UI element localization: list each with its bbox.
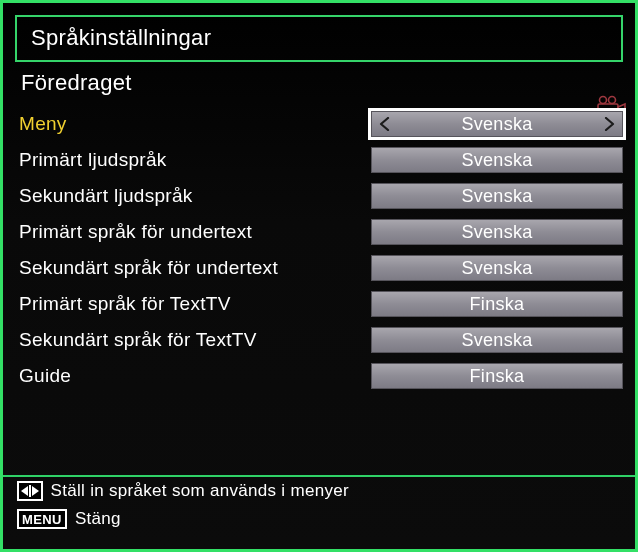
section-title: Föredraget	[21, 70, 623, 96]
menu-key-icon: MENU	[17, 509, 67, 529]
selector-value: Finska	[470, 294, 525, 315]
row-label: Guide	[17, 365, 363, 387]
hint-menu-text: Stäng	[75, 509, 121, 529]
selector-value: Svenska	[461, 258, 532, 279]
selector-value: Svenska	[461, 150, 532, 171]
title-box: Språkinställningar	[15, 15, 623, 62]
settings-row[interactable]: MenySvenska	[17, 106, 623, 142]
settings-row[interactable]: Sekundärt språk för undertextSvenska	[17, 250, 623, 286]
page-title: Språkinställningar	[31, 25, 211, 50]
left-right-key-icon	[17, 481, 43, 501]
hint-menu-line: MENU Stäng	[17, 507, 621, 531]
value-selector[interactable]: Svenska	[371, 183, 623, 209]
row-label: Meny	[17, 113, 363, 135]
hint-arrows-line: Ställ in språket som används i menyer	[17, 479, 621, 503]
settings-row[interactable]: Primärt språk för undertextSvenska	[17, 214, 623, 250]
divider	[3, 475, 635, 477]
selector-value: Svenska	[461, 222, 532, 243]
row-label: Primärt språk för TextTV	[17, 293, 363, 315]
value-selector[interactable]: Svenska	[371, 255, 623, 281]
value-selector[interactable]: Svenska	[371, 111, 623, 137]
chevron-right-icon[interactable]	[600, 115, 618, 133]
row-label: Sekundärt språk för TextTV	[17, 329, 363, 351]
value-selector[interactable]: Svenska	[371, 327, 623, 353]
value-selector[interactable]: Finska	[371, 291, 623, 317]
footer-hints: Ställ in språket som används i menyer ME…	[17, 479, 621, 535]
settings-row[interactable]: GuideFinska	[17, 358, 623, 394]
selector-value: Svenska	[461, 186, 532, 207]
settings-row[interactable]: Primärt språk för TextTVFinska	[17, 286, 623, 322]
row-label: Primärt språk för undertext	[17, 221, 363, 243]
row-label: Sekundärt språk för undertext	[17, 257, 363, 279]
svg-point-1	[609, 97, 616, 104]
svg-point-0	[600, 97, 607, 104]
value-selector[interactable]: Svenska	[371, 147, 623, 173]
selector-value: Finska	[470, 366, 525, 387]
row-label: Primärt ljudspråk	[17, 149, 363, 171]
hint-arrows-text: Ställ in språket som används i menyer	[51, 481, 349, 501]
row-label: Sekundärt ljudspråk	[17, 185, 363, 207]
settings-row[interactable]: Primärt ljudspråkSvenska	[17, 142, 623, 178]
selector-value: Svenska	[461, 114, 532, 135]
settings-row[interactable]: Sekundärt språk för TextTVSvenska	[17, 322, 623, 358]
settings-panel: Språkinställningar Föredraget MenySvensk…	[0, 0, 638, 552]
value-selector[interactable]: Finska	[371, 363, 623, 389]
chevron-left-icon[interactable]	[376, 115, 394, 133]
settings-list: MenySvenskaPrimärt ljudspråkSvenskaSekun…	[17, 106, 623, 394]
selector-value: Svenska	[461, 330, 532, 351]
value-selector[interactable]: Svenska	[371, 219, 623, 245]
settings-row[interactable]: Sekundärt ljudspråkSvenska	[17, 178, 623, 214]
